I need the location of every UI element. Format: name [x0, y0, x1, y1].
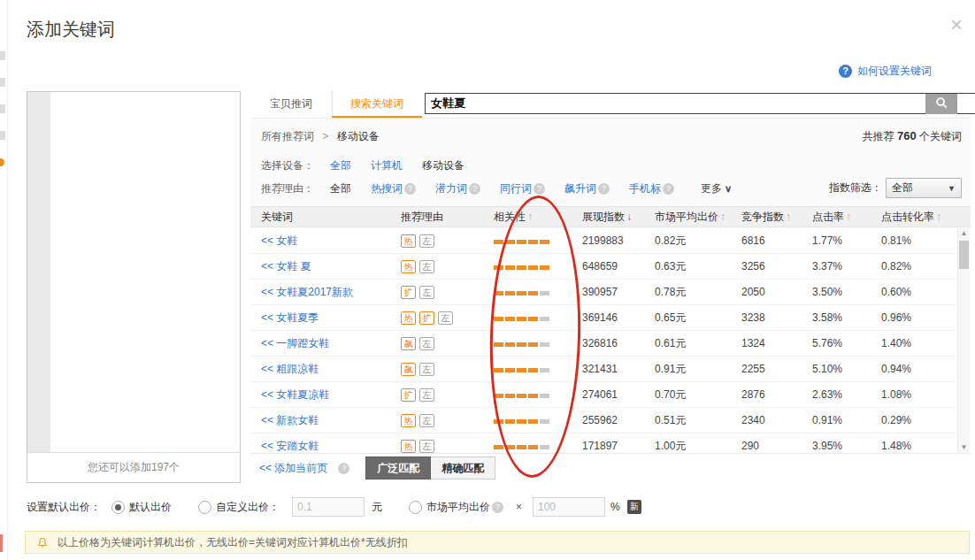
relevance-segment [528, 419, 538, 424]
impression-cell: 326816 [582, 337, 655, 349]
reason-cell: 飙左 [401, 337, 494, 350]
relevance-bars [494, 317, 549, 321]
column-header-label: 市场平均出价 [655, 211, 718, 223]
relevance-segment [494, 342, 503, 347]
cvr-cell: 0.94% [881, 363, 956, 375]
column-header[interactable]: 点击转化率↑ [881, 210, 956, 225]
filter-block: 所有推荐词 > 移动设备 共推荐 760 个关键词 选择设备：全部计算机移动设备… [250, 119, 971, 206]
radio-default-bid[interactable] [111, 501, 125, 514]
default-bid-option-label[interactable]: 默认出价 [129, 500, 172, 515]
reason-option[interactable]: 同行词? [500, 182, 545, 195]
competition-cell: 3256 [741, 260, 812, 272]
search-button[interactable] [925, 94, 957, 114]
tab-search-keywords[interactable]: 搜索关键词 [332, 91, 422, 118]
relevance-segment [494, 368, 503, 372]
help-icon[interactable]: ? [598, 183, 610, 195]
help-icon[interactable]: ? [338, 463, 349, 474]
keyword-link[interactable]: << 粗跟凉鞋 [261, 363, 319, 375]
keyword-search-input[interactable] [425, 93, 975, 114]
help-link[interactable]: ? 如何设置关键词 [839, 64, 932, 79]
keyword-link[interactable]: << 新款女鞋 [261, 414, 319, 426]
reason-option[interactable]: 热搜词? [371, 182, 416, 195]
index-filter-label: 指数筛选： [829, 180, 882, 196]
column-header[interactable]: 相关性↑ [494, 210, 582, 225]
total-count: 760 [897, 129, 917, 142]
avg-bid-cell: 0.91元 [655, 362, 741, 377]
scrollbar-thumb[interactable] [959, 241, 969, 269]
reason-option[interactable]: 潜力词? [435, 182, 480, 195]
index-filter-value: 全部 [892, 180, 913, 196]
impression-cell: 171897 [582, 440, 655, 452]
total-prefix: 共推荐 [863, 130, 897, 142]
breadcrumb-root[interactable]: 所有推荐词 [261, 130, 314, 142]
table-scrollbar[interactable]: ▲ ▼ [957, 228, 970, 453]
column-header[interactable]: 市场平均出价↑ [655, 210, 741, 225]
relevance-segment [494, 240, 503, 244]
index-filter: 指数筛选： 全部 ▼ [829, 178, 962, 198]
exact-match-button[interactable]: 精确匹配 [431, 456, 495, 479]
help-icon[interactable]: ? [663, 183, 674, 195]
index-filter-dropdown[interactable]: 全部 ▼ [886, 178, 962, 198]
relevance-bars [494, 368, 549, 372]
column-header-label: 展现指数 [582, 211, 625, 223]
relevance-cell [494, 414, 582, 426]
scroll-down-icon[interactable]: ▼ [958, 442, 970, 453]
impression-cell: 255962 [582, 414, 655, 426]
column-header[interactable]: 点击率↑ [812, 210, 881, 225]
reason-badge: 左 [419, 440, 434, 453]
help-icon[interactable]: ? [404, 183, 416, 195]
help-icon[interactable]: ? [492, 502, 503, 513]
relevance-cell [494, 388, 582, 401]
device-option[interactable]: 计算机 [371, 159, 403, 172]
reason-badge: 左 [419, 234, 434, 248]
keyword-cell: << 女鞋 夏 [250, 259, 401, 274]
ctr-cell: 3.50% [812, 286, 881, 298]
scroll-up-icon[interactable]: ▲ [958, 228, 970, 239]
multiply-sign: × [516, 501, 522, 513]
device-option[interactable]: 移动设备 [422, 159, 464, 172]
market-bid-percent-input[interactable] [533, 497, 605, 517]
radio-custom-bid[interactable] [198, 501, 211, 514]
keyword-link[interactable]: << 女鞋夏凉鞋 [261, 388, 329, 401]
reason-option[interactable]: 飙升词? [564, 182, 610, 195]
help-icon[interactable]: ? [534, 183, 545, 195]
custom-bid-input[interactable] [292, 497, 365, 517]
broad-match-button[interactable]: 广泛匹配 [365, 456, 431, 479]
radio-market-bid[interactable] [409, 501, 422, 514]
sort-arrow-icon: ↑ [786, 211, 791, 223]
relevance-segment [540, 265, 549, 270]
market-bid-option-label[interactable]: 市场平均出价 [426, 500, 490, 515]
relevance-bars [494, 419, 549, 424]
cvr-cell: 0.82% [881, 260, 956, 272]
relevance-cell [494, 286, 582, 298]
keyword-cell: << 女鞋夏2017新款 [250, 285, 401, 300]
reason-badge: 左 [419, 260, 434, 273]
device-option[interactable]: 全部 [330, 159, 351, 172]
keyword-link[interactable]: << 一脚蹬女鞋 [261, 337, 329, 349]
ctr-cell: 3.95% [812, 440, 881, 452]
help-icon[interactable]: ? [469, 183, 480, 195]
relevance-cell [494, 311, 582, 324]
table-row: << 女鞋 夏热左6486590.63元32563.37%0.82% [250, 254, 956, 280]
reason-option[interactable]: 全部 [330, 182, 351, 195]
keyword-link[interactable]: << 安踏女鞋 [261, 440, 319, 452]
column-header[interactable]: 竞争指数↑ [741, 210, 812, 225]
keyword-link[interactable]: << 女鞋夏2017新款 [261, 286, 353, 298]
competition-cell: 2876 [741, 388, 812, 401]
keyword-link[interactable]: << 女鞋 [261, 234, 297, 247]
keyword-link[interactable]: << 女鞋 夏 [261, 260, 311, 272]
page-edge-artifact [0, 104, 5, 113]
relevance-segment [505, 240, 515, 244]
custom-bid-option-label[interactable]: 自定义出价： [216, 500, 280, 515]
more-filters-toggle[interactable]: 更多∨ [701, 182, 732, 195]
add-current-page-link[interactable]: << 添加当前页 [259, 461, 327, 476]
reason-badge: 热 [401, 234, 416, 248]
keyword-link[interactable]: << 女鞋夏季 [261, 311, 319, 324]
search-icon [935, 96, 948, 112]
reason-badge: 左 [438, 311, 453, 325]
tab-item-recommend[interactable]: 宝贝推词 [250, 91, 333, 116]
column-header[interactable]: 展现指数↓ [582, 210, 655, 225]
reason-option[interactable]: 手机标? [629, 182, 674, 195]
close-icon[interactable]: × [950, 14, 963, 35]
help-link-label[interactable]: 如何设置关键词 [857, 64, 932, 79]
